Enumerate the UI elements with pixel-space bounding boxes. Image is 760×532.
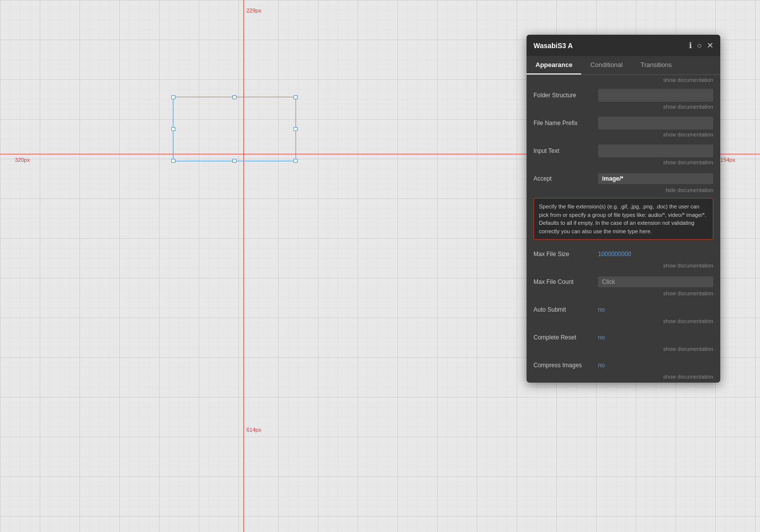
chat-icon[interactable]: ○ [697, 41, 702, 50]
max-file-size-value[interactable]: 1000000000 [598, 251, 631, 258]
panel-body: show documentation Folder Structure show… [527, 75, 720, 383]
max-file-size-show-doc[interactable]: show documentation [527, 262, 720, 271]
handle-top-left[interactable] [171, 95, 175, 99]
folder-structure-label: Folder Structure [533, 92, 593, 99]
file-name-prefix-input[interactable] [598, 117, 713, 130]
max-file-count-show-doc[interactable]: show documentation [527, 289, 720, 299]
complete-reset-show-doc[interactable]: show documentation [527, 345, 720, 355]
handle-top-right[interactable] [294, 95, 298, 99]
tab-transitions[interactable]: Transitions [631, 56, 681, 74]
handle-bottom-left[interactable] [171, 159, 175, 163]
max-file-count-value[interactable]: Click [598, 276, 713, 287]
file-name-prefix-show-doc[interactable]: show documentation [527, 131, 720, 140]
panel-header: WasabiS3 A ℹ ○ ✕ [527, 35, 720, 56]
folder-structure-show-doc[interactable]: show documentation [527, 103, 720, 113]
accept-hide-doc[interactable]: hide documentation [527, 186, 720, 196]
panel-header-icons: ℹ ○ ✕ [689, 41, 713, 50]
auto-submit-value[interactable]: no [598, 306, 605, 313]
tab-conditional[interactable]: Conditional [581, 56, 631, 74]
input-text-row: Input Text [527, 140, 720, 158]
panel-tabs: Appearance Conditional Transitions [527, 56, 720, 75]
folder-structure-row: Folder Structure [527, 85, 720, 103]
panel-title: WasabiS3 A [533, 42, 573, 50]
guide-vertical [243, 0, 244, 532]
compress-images-row: Compress Images no [527, 355, 720, 373]
selected-element[interactable] [173, 97, 296, 161]
complete-reset-row: Complete Reset no [527, 327, 720, 345]
overflow-show-doc[interactable]: show documentation [527, 75, 720, 85]
accept-label: Accept [533, 175, 593, 182]
compress-images-value[interactable]: no [598, 362, 605, 369]
input-text-input[interactable] [598, 144, 713, 157]
close-icon[interactable]: ✕ [707, 41, 713, 50]
input-text-show-doc[interactable]: show documentation [527, 158, 720, 168]
input-text-label: Input Text [533, 147, 593, 154]
accept-row: Accept image/* [527, 168, 720, 186]
folder-structure-input[interactable] [598, 89, 713, 102]
accept-value[interactable]: image/* [598, 173, 713, 184]
max-file-count-row: Max File Count Click [527, 271, 720, 289]
accept-doc-box: Specify the file extension(s) (e.g. .gif… [533, 198, 713, 240]
file-name-prefix-label: File Name Prefix [533, 120, 593, 127]
handle-bottom-right[interactable] [294, 159, 298, 163]
compress-images-label: Compress Images [533, 362, 593, 369]
max-file-size-row: Max File Size 1000000000 [527, 244, 720, 262]
ruler-label-229: 229px [246, 7, 261, 13]
compress-images-show-doc[interactable]: show documentation [527, 373, 720, 383]
complete-reset-value[interactable]: no [598, 334, 605, 341]
handle-middle-right[interactable] [294, 127, 298, 131]
auto-submit-show-doc[interactable]: show documentation [527, 317, 720, 327]
handle-top-middle[interactable] [232, 95, 236, 99]
info-icon[interactable]: ℹ [689, 41, 692, 50]
complete-reset-label: Complete Reset [533, 334, 593, 341]
max-file-size-label: Max File Size [533, 251, 593, 258]
file-name-prefix-row: File Name Prefix [527, 113, 720, 131]
handle-bottom-middle[interactable] [232, 159, 236, 163]
ruler-label-320: 320px [15, 157, 30, 163]
ruler-label-614: 614px [246, 427, 261, 433]
handle-middle-left[interactable] [171, 127, 175, 131]
auto-submit-row: Auto Submit no [527, 299, 720, 317]
auto-submit-label: Auto Submit [533, 306, 593, 313]
properties-panel: WasabiS3 A ℹ ○ ✕ Appearance Conditional … [527, 35, 720, 383]
max-file-count-label: Max File Count [533, 278, 593, 285]
tab-appearance[interactable]: Appearance [527, 56, 581, 74]
